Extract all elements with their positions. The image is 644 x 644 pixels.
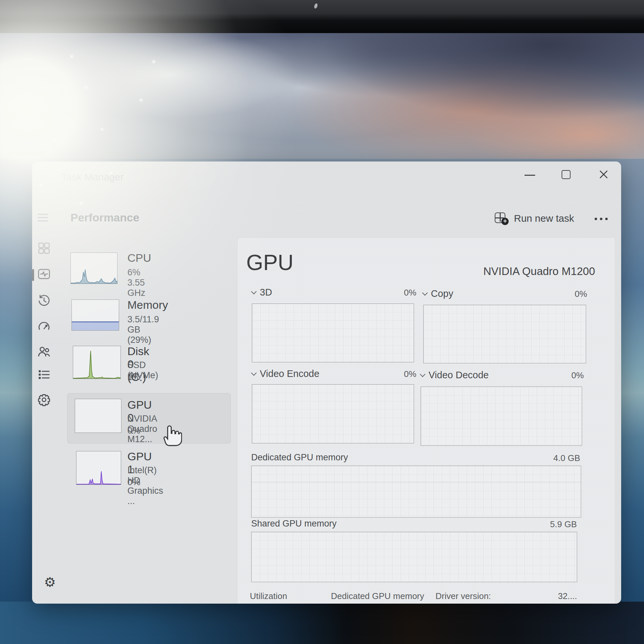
more-options-icon[interactable]	[595, 218, 608, 220]
chart-video-decode	[421, 387, 582, 446]
details-icon	[37, 367, 51, 382]
services-icon	[37, 392, 51, 407]
chart-header-copy[interactable]: Copy	[423, 288, 453, 299]
sidebar-item-performance[interactable]	[37, 267, 51, 281]
chart-header-3d[interactable]: 3D	[252, 287, 272, 298]
dedicated-memory-label: Dedicated GPU memory	[251, 452, 348, 463]
gpu1-usage: 0%	[127, 477, 140, 487]
sidebar-item-users[interactable]	[37, 344, 51, 359]
photo-of-laptop-screen: Task Manager Performance + Run new task	[0, 0, 644, 644]
performance-icon	[37, 267, 51, 281]
footer-utilization: Utilization	[250, 591, 287, 601]
sidebar-item-processes[interactable]	[37, 241, 51, 255]
run-new-task-label: Run new task	[514, 213, 574, 224]
footer-driver-version: Driver version:	[436, 591, 491, 601]
app-history-icon	[37, 293, 51, 308]
close-icon	[598, 169, 609, 180]
chart-header-video-decode[interactable]: Video Decode	[421, 370, 489, 381]
chart-value-3d: 0%	[393, 288, 416, 298]
hand-cursor	[163, 423, 182, 447]
chart-dedicated-memory	[251, 466, 581, 518]
disk-mini-chart	[73, 346, 121, 379]
dust-speck	[314, 3, 318, 9]
active-tab-indicator	[32, 269, 34, 281]
maximize-button[interactable]	[562, 170, 571, 179]
chart-shared-memory	[251, 532, 577, 582]
gpu0-mini-chart	[75, 399, 121, 433]
hamburger-menu-icon[interactable]	[37, 214, 48, 222]
users-icon	[37, 344, 51, 359]
desktop-wallpaper-pier	[0, 602, 644, 644]
cpu-stats: 6% 3.55 GHz	[127, 267, 145, 298]
chart-value-video-encode: 0%	[393, 369, 416, 379]
chart-value-video-decode: 0%	[561, 370, 584, 381]
cpu-label: CPU	[127, 252, 151, 264]
close-button[interactable]	[598, 169, 609, 180]
memory-stats: 3.5/11.9 GB (29%)	[127, 314, 159, 345]
chart-header-video-encode[interactable]: Video Encode	[252, 368, 319, 379]
chart-video-encode	[252, 384, 414, 443]
sidebar-item-services[interactable]	[37, 392, 51, 407]
gpu1-mini-chart	[76, 451, 121, 485]
memory-usage-line	[252, 482, 581, 482]
laptop-bezel	[0, 0, 644, 33]
chevron-down-icon	[420, 372, 426, 377]
settings-gear-icon[interactable]: ⚙	[44, 575, 56, 590]
gpu0-usage: 0%	[127, 426, 140, 436]
gpu-detail-panel: GPU NVIDIA Quadro M1200 3D 0% Copy 0% Vi…	[237, 238, 615, 604]
task-manager-window: Task Manager Performance + Run new task	[32, 161, 621, 604]
chevron-down-icon	[422, 290, 428, 296]
shared-memory-capacity: 5.9 GB	[542, 519, 577, 529]
dedicated-memory-capacity: 4.0 GB	[545, 453, 580, 463]
sidebar-item-startup-apps[interactable]	[37, 319, 51, 334]
chevron-down-icon	[251, 289, 257, 295]
chart-value-copy: 0%	[564, 289, 587, 299]
memory-label: Memory	[127, 299, 168, 311]
minimize-button[interactable]	[525, 175, 535, 176]
window-title: Task Manager	[61, 171, 123, 183]
page-title: Performance	[70, 211, 139, 224]
sidebar-item-details[interactable]	[37, 367, 51, 382]
shared-memory-label: Shared GPU memory	[251, 519, 337, 529]
gpu-panel-title: GPU	[246, 250, 294, 275]
processes-icon	[37, 241, 51, 255]
run-new-task-icon: +	[495, 212, 509, 225]
chart-copy	[423, 305, 586, 363]
startup-apps-icon	[37, 319, 51, 334]
footer-dedicated-memory: Dedicated GPU memory	[331, 591, 424, 601]
run-new-task-button[interactable]: + Run new task	[495, 212, 574, 225]
disk-usage: 1%	[127, 372, 140, 382]
footer-driver-version-value: 32....	[558, 591, 577, 601]
memory-mini-chart	[71, 299, 119, 331]
cpu-mini-chart	[70, 253, 117, 284]
sidebar-item-app-history[interactable]	[37, 293, 51, 308]
gpu-device-name: NVIDIA Quadro M1200	[430, 265, 595, 278]
chevron-down-icon	[251, 370, 257, 376]
chart-3d	[252, 303, 414, 362]
